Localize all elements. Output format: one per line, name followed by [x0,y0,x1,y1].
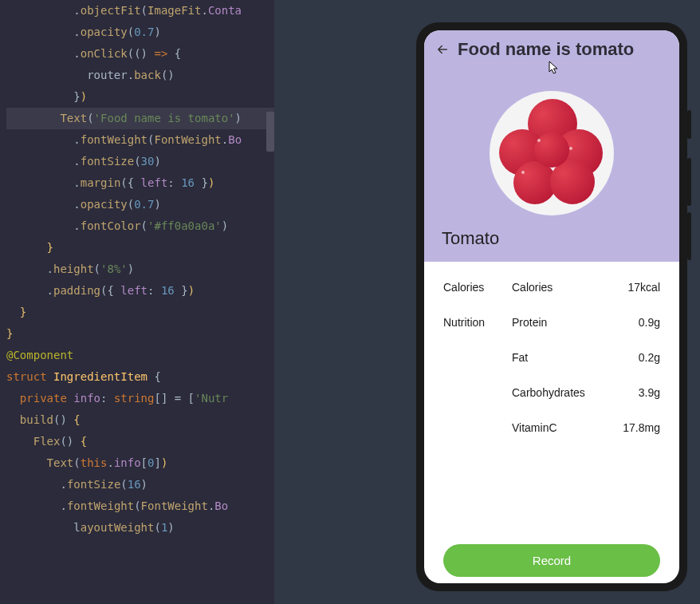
nutri-value: 17.8mg [623,421,660,434]
nutri-label: Calories [512,281,628,294]
code-line[interactable]: router.back() [6,65,274,86]
nutri-label: Carbohydrates [512,386,639,399]
code-line[interactable]: .fontWeight(FontWeight.Bo [6,129,274,151]
nutri-label: VitaminC [512,421,623,434]
code-line[interactable]: .fontSize(30) [6,151,274,172]
nutrition-row: CaloriesCalories17kcal [443,281,660,294]
code-editor[interactable]: .objectFit(ImageFit.Conta .opacity(0.7) … [0,0,274,604]
nutrition-row: VitaminC17.8mg [443,421,660,434]
nutri-label: Fat [512,351,639,364]
code-line[interactable]: private info: string[] = ['Nutr [6,388,274,409]
food-image [490,91,614,215]
editor-scrollbar[interactable] [266,0,274,604]
nutri-value: 3.9g [639,386,660,399]
code-line[interactable]: .margin({ left: 16 }) [6,172,274,194]
cursor-icon [549,61,560,75]
nutrition-row: NutritionProtein0.9g [443,316,660,329]
preview-pane: Food name is tomato [274,0,700,604]
code-line[interactable]: .opacity(0.7) [6,194,274,215]
record-button[interactable]: Record [443,544,660,577]
code-line[interactable]: .height('8%') [6,259,274,280]
nutri-value: 0.9g [639,316,660,329]
phone-frame: Food name is tomato [416,22,687,591]
food-name-label: Tomato [424,228,679,249]
code-line[interactable]: .padding({ left: 16 }) [6,280,274,302]
page-title: Food name is tomato [458,39,634,60]
code-line[interactable]: } [6,237,274,259]
nutrition-section: CaloriesCalories17kcalNutritionProtein0.… [424,262,679,538]
code-line[interactable]: } [6,302,274,323]
code-line[interactable]: build() { [6,409,274,431]
code-line[interactable]: .opacity(0.7) [6,22,274,43]
editor-scrollbar-thumb[interactable] [266,112,274,152]
code-line[interactable]: .objectFit(ImageFit.Conta [6,0,274,22]
nutrition-row: Fat0.2g [443,351,660,364]
code-line[interactable]: Text(this.info[0]) [6,452,274,474]
phone-screen: Food name is tomato [424,30,679,583]
nutri-value: 17kcal [628,281,660,294]
code-line[interactable]: .fontColor('#ff0a0a0a') [6,215,274,237]
code-line[interactable]: layoutWeight(1) [6,517,274,539]
code-line[interactable]: } [6,323,274,345]
phone-volume-up [687,158,691,206]
code-line[interactable]: }) [6,86,274,108]
code-line[interactable]: Flex() { [6,431,274,452]
nutri-value: 0.2g [639,351,660,364]
nutri-category: Nutrition [443,316,512,329]
code-line[interactable]: .onClick(() => { [6,43,274,65]
back-arrow-icon[interactable] [435,42,450,57]
code-line[interactable]: struct IngredientItem { [6,366,274,388]
code-line[interactable]: .fontSize(16) [6,474,274,495]
code-line[interactable]: @Component [6,345,274,366]
code-line[interactable]: .fontWeight(FontWeight.Bo [6,495,274,517]
nutri-category: Calories [443,281,512,294]
nutri-label: Protein [512,316,639,329]
code-line[interactable]: Text('Food name is tomato') [6,108,274,129]
nutrition-row: Carbohydrates3.9g [443,386,660,399]
phone-power-button [687,110,691,139]
food-image-wrap [424,91,679,215]
phone-volume-down [687,212,691,260]
